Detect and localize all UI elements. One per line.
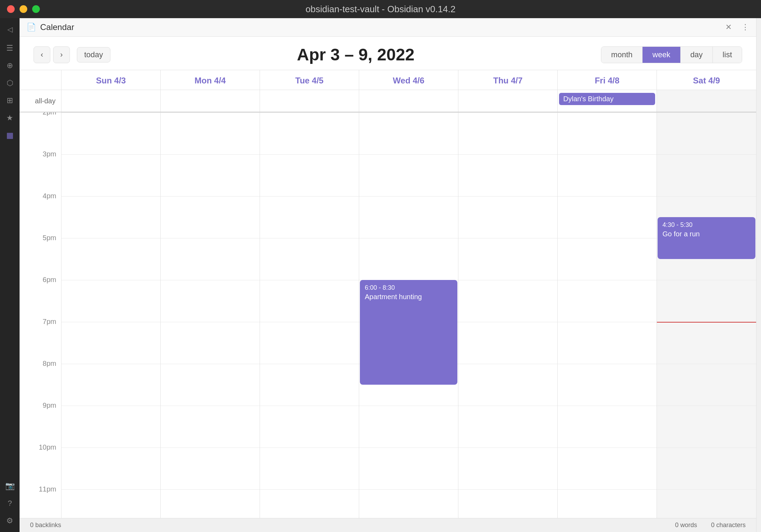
hour-sun-7pm[interactable] — [61, 322, 160, 364]
allday-cell-sat[interactable] — [657, 90, 756, 112]
hour-sun-6pm[interactable] — [61, 280, 160, 322]
time-label-4pm: 4pm — [20, 192, 61, 234]
day-header-fri[interactable]: Fri 4/8 — [558, 70, 657, 90]
sidebar-icon-graph[interactable]: ⬡ — [2, 75, 17, 91]
left-sidebar: ◁ ☰ ⊕ ⬡ ⊞ ★ ▦ 📷 ? ⚙ — [0, 18, 20, 532]
birthday-event[interactable]: Dylan's Birthday — [559, 93, 655, 105]
sidebar-icon-search[interactable]: ⊕ — [2, 58, 17, 73]
allday-label: all-day — [20, 90, 61, 112]
hour-sun-2pm[interactable] — [61, 112, 160, 154]
allday-row: all-day Dylan's Birthday — [20, 90, 756, 112]
apartment-hunting-event[interactable]: 6:00 - 8:30 Apartment hunting — [360, 280, 457, 385]
calendar-header: ‹ › today Apr 3 – 9, 2022 month week day… — [20, 37, 756, 70]
hour-sun-8pm[interactable] — [61, 364, 160, 406]
day-header-mon[interactable]: Mon 4/4 — [161, 70, 260, 90]
time-label-6pm: 6pm — [20, 276, 61, 318]
time-label-3pm: 3pm — [20, 150, 61, 192]
hour-sun-3pm[interactable] — [61, 154, 160, 196]
doc-close-button[interactable]: ✕ — [725, 23, 732, 32]
apartment-event-title: Apartment hunting — [365, 293, 452, 301]
sidebar-icon-files[interactable]: ☰ — [2, 40, 17, 56]
allday-cell-mon[interactable] — [161, 90, 260, 112]
allday-cell-thu[interactable] — [458, 90, 558, 112]
day-column-mon[interactable] — [161, 112, 260, 518]
maximize-button[interactable] — [32, 5, 40, 13]
char-count: 0 characters — [711, 522, 746, 529]
titlebar: obsidian-test-vault - Obsidian v0.14.2 — [0, 0, 761, 18]
allday-cell-sun[interactable] — [61, 90, 161, 112]
sidebar-icon-open-vault[interactable]: ⊞ — [2, 93, 17, 108]
traffic-lights — [7, 5, 40, 13]
hour-sun-11pm[interactable] — [61, 489, 160, 518]
time-label-2pm: 2pm — [20, 112, 61, 150]
sidebar-icon-settings[interactable]: ⚙ — [2, 513, 17, 529]
time-grid-inner: 2pm 3pm 4pm 5pm 6pm 7pm ▶ 8pm 9pm 10pm — [20, 112, 756, 518]
sidebar-collapse-btn[interactable]: ◁ — [2, 22, 17, 37]
allday-cell-tue[interactable] — [260, 90, 359, 112]
minimize-button[interactable] — [20, 5, 27, 13]
view-switcher: month week day list — [601, 46, 742, 63]
hour-sun-5pm[interactable] — [61, 238, 160, 280]
time-label-9pm: 9pm — [20, 401, 61, 443]
go-for-run-event[interactable]: 4:30 - 5:30 Go for a run — [658, 217, 755, 259]
view-list-button[interactable]: list — [713, 47, 742, 63]
allday-cell-fri[interactable]: Dylan's Birthday — [558, 90, 657, 112]
time-label-5pm: 5pm — [20, 234, 61, 276]
day-column-sun[interactable] — [61, 112, 161, 518]
backlinks-count: 0 backlinks — [30, 522, 61, 529]
time-label-8pm: 8pm — [20, 360, 61, 401]
view-day-button[interactable]: day — [681, 47, 713, 63]
hour-sun-10pm[interactable] — [61, 448, 160, 489]
time-label-10pm: 10pm — [20, 443, 61, 485]
doc-file-icon: 📄 — [27, 23, 36, 32]
view-week-button[interactable]: week — [643, 47, 680, 63]
hour-sun-9pm[interactable] — [61, 406, 160, 448]
time-label-11pm: 11pm — [20, 485, 61, 518]
sidebar-icon-calendar[interactable]: ▦ — [2, 128, 17, 143]
hour-sun-4pm[interactable] — [61, 196, 160, 238]
window-title: obsidian-test-vault - Obsidian v0.14.2 — [305, 4, 455, 15]
current-time-line — [657, 322, 756, 323]
day-header-thu[interactable]: Thu 4/7 — [458, 70, 558, 90]
calendar-container: ‹ › today Apr 3 – 9, 2022 month week day… — [20, 37, 756, 518]
day-header-sun[interactable]: Sun 4/3 — [61, 70, 161, 90]
prev-button[interactable]: ‹ — [34, 46, 50, 63]
time-column: 2pm 3pm 4pm 5pm 6pm 7pm ▶ 8pm 9pm 10pm — [20, 112, 61, 518]
day-column-sat[interactable]: 4:30 - 5:30 Go for a run — [657, 112, 756, 518]
sidebar-icon-starred[interactable]: ★ — [2, 110, 17, 126]
day-column-fri[interactable] — [558, 112, 657, 518]
sidebar-icon-camera[interactable]: 📷 — [2, 478, 17, 494]
time-label-7pm: 7pm ▶ — [20, 318, 61, 360]
day-header-sat[interactable]: Sat 4/9 — [657, 70, 756, 90]
apartment-event-time: 6:00 - 8:30 — [365, 284, 452, 291]
day-column-wed[interactable]: 6:00 - 8:30 Apartment hunting — [359, 112, 458, 518]
day-header-tue[interactable]: Tue 4/5 — [260, 70, 359, 90]
day-header-wed[interactable]: Wed 4/6 — [359, 70, 458, 90]
doc-more-button[interactable]: ⋮ — [741, 23, 749, 32]
doc-header: 📄 Calendar ✕ ⋮ — [20, 18, 756, 37]
view-month-button[interactable]: month — [601, 47, 643, 63]
word-count: 0 words — [675, 522, 697, 529]
status-bar: 0 backlinks 0 words 0 characters — [20, 518, 756, 532]
day-column-thu[interactable] — [458, 112, 558, 518]
nav-group: ‹ › today — [34, 46, 110, 63]
calendar-title: Apr 3 – 9, 2022 — [110, 45, 601, 64]
today-button[interactable]: today — [77, 47, 110, 62]
doc-title: Calendar — [40, 22, 74, 32]
run-event-time: 4:30 - 5:30 — [662, 221, 751, 229]
day-headers: Sun 4/3 Mon 4/4 Tue 4/5 Wed 4/6 Thu 4/7 … — [20, 70, 756, 90]
day-column-tue[interactable] — [260, 112, 359, 518]
sidebar-icon-help[interactable]: ? — [2, 496, 17, 511]
scrollbar[interactable] — [756, 18, 761, 532]
run-event-title: Go for a run — [662, 230, 751, 238]
close-button[interactable] — [7, 5, 15, 13]
allday-cell-wed[interactable] — [359, 90, 458, 112]
time-grid[interactable]: 2pm 3pm 4pm 5pm 6pm 7pm ▶ 8pm 9pm 10pm — [20, 112, 756, 518]
next-button[interactable]: › — [53, 46, 70, 63]
